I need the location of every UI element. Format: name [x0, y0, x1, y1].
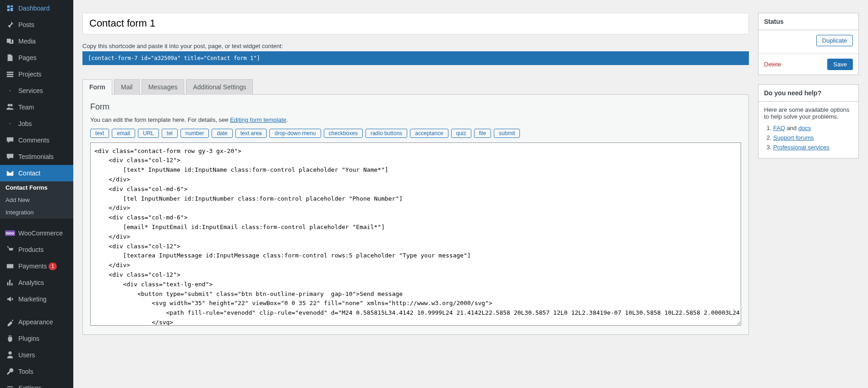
sidebar-item-label: Projects [18, 71, 42, 78]
panel-heading: Form [90, 102, 741, 112]
sidebar-item-posts[interactable]: Posts [0, 16, 73, 33]
tag-button-checkboxes[interactable]: checkboxes [324, 129, 363, 138]
form-code-textarea[interactable] [90, 142, 741, 326]
submenu-item-add-new[interactable]: Add New [0, 194, 73, 206]
sidebar-item-products[interactable]: Products [0, 241, 73, 258]
status-box: Status Duplicate Delete Save [758, 13, 859, 75]
tab-additional-settings[interactable]: Additional Settings [186, 79, 253, 95]
help-box: Do you need help? Here are some availabl… [758, 84, 859, 158]
tools-icon [5, 367, 15, 376]
tag-button-text[interactable]: text [90, 129, 109, 138]
submenu-item-contact-forms[interactable]: Contact Forms [0, 181, 73, 194]
testimonials-icon [5, 152, 15, 161]
comments-icon [5, 136, 15, 145]
sidebar-item-tools[interactable]: Tools [0, 363, 73, 380]
tag-button-file[interactable]: file [474, 129, 491, 138]
pages-icon [5, 53, 15, 62]
sidebar-item-appearance[interactable]: Appearance [0, 314, 73, 330]
form-title-input[interactable] [82, 13, 749, 34]
sidebar-item-label: Tools [18, 368, 33, 375]
save-button[interactable]: Save [827, 59, 853, 70]
woo-icon: woo [5, 229, 15, 238]
tab-messages[interactable]: Messages [142, 79, 185, 95]
analytics-icon [5, 278, 15, 287]
submenu-item-integration[interactable]: Integration [0, 206, 73, 219]
tag-button-url[interactable]: URL [138, 129, 159, 138]
editing-template-link[interactable]: Editing form template [230, 116, 286, 123]
professional-services-link[interactable]: Professional services [773, 144, 830, 151]
sidebar-item-label: Comments [18, 137, 49, 144]
users-icon [5, 350, 15, 360]
sidebar-item-woocommerce[interactable]: wooWooCommerce [0, 225, 73, 241]
sidebar-item-payments[interactable]: Payments1 [0, 258, 73, 274]
sidebar-item-services[interactable]: ∙Services [0, 82, 73, 99]
faq-link[interactable]: FAQ [773, 125, 785, 131]
sidebar-item-dashboard[interactable]: Dashboard [0, 0, 73, 16]
docs-link[interactable]: docs [798, 125, 811, 131]
form-panel: Form You can edit the form template here… [82, 95, 749, 335]
sidebar-item-label: Pages [18, 54, 37, 61]
sidebar-item-analytics[interactable]: Analytics [0, 274, 73, 291]
sidebar-item-projects[interactable]: Projects [0, 66, 73, 82]
dashboard-icon [5, 4, 15, 13]
settings-icon [5, 383, 15, 388]
sidebar-item-testimonials[interactable]: Testimonials [0, 148, 73, 165]
tag-button-submit[interactable]: submit [494, 129, 520, 138]
products-icon [5, 245, 15, 254]
help-item-faq: FAQ and docs [773, 125, 853, 131]
tag-button-text-area[interactable]: text area [235, 129, 267, 138]
sidebar-item-comments[interactable]: Comments [0, 132, 73, 148]
sidebar-item-users[interactable]: Users [0, 347, 73, 363]
sidebar-item-label: Team [18, 104, 34, 111]
sidebar-item-label: Media [18, 38, 36, 45]
sidebar-item-media[interactable]: Media [0, 33, 73, 49]
sidebar-item-pages[interactable]: Pages [0, 49, 73, 66]
shortcode-display[interactable]: [contact-form-7 id="a32509a" title="Cont… [82, 51, 749, 65]
services-icon: ∙ [5, 86, 15, 95]
support-forums-link[interactable]: Support forums [773, 134, 814, 141]
editor-tabs: FormMailMessagesAdditional Settings [82, 79, 749, 95]
tab-form[interactable]: Form [82, 79, 112, 95]
sidebar-item-label: Appearance [18, 318, 53, 326]
sidebar-item-jobs[interactable]: ∙Jobs [0, 115, 73, 132]
marketing-icon [5, 295, 15, 304]
tag-button-row: textemailURLtelnumberdatetext areadrop-d… [90, 129, 741, 138]
sidebar-item-team[interactable]: Team [0, 99, 73, 115]
tag-button-quiz[interactable]: quiz [451, 129, 471, 138]
appearance-icon [5, 317, 15, 327]
shortcode-hint: Copy this shortcode and paste it into yo… [82, 43, 749, 49]
tag-button-email[interactable]: email [112, 129, 135, 138]
tag-button-date[interactable]: date [212, 129, 232, 138]
sidebar-item-label: Dashboard [18, 5, 50, 12]
tag-button-number[interactable]: number [180, 129, 209, 138]
panel-description: You can edit the form template here. For… [90, 116, 741, 123]
sidebar-item-marketing[interactable]: Marketing [0, 291, 73, 307]
tag-button-acceptance[interactable]: acceptance [410, 129, 448, 138]
sidebar-item-label: WooCommerce [18, 230, 63, 237]
sidebar-item-label: Settings [18, 384, 42, 388]
pin-icon [5, 20, 15, 29]
contact-icon [5, 169, 15, 178]
sidebar-item-label: Jobs [18, 120, 32, 127]
delete-link[interactable]: Delete [764, 61, 781, 68]
sidebar-item-contact[interactable]: Contact [0, 165, 73, 181]
jobs-icon: ∙ [5, 119, 15, 128]
help-intro: Here are some available options to help … [764, 106, 853, 120]
sidebar-item-settings[interactable]: Settings [0, 380, 73, 388]
tag-button-tel[interactable]: tel [162, 129, 178, 138]
tab-mail[interactable]: Mail [114, 79, 140, 95]
team-icon [5, 103, 15, 112]
sidebar-item-label: Testimonials [18, 153, 54, 160]
sidebar-item-plugins[interactable]: Plugins [0, 330, 73, 347]
admin-sidebar: DashboardPostsMediaPagesProjects∙Service… [0, 0, 73, 388]
plugins-icon [5, 334, 15, 343]
tag-button-radio-buttons[interactable]: radio buttons [366, 129, 407, 138]
duplicate-button[interactable]: Duplicate [816, 35, 853, 46]
media-icon [5, 37, 15, 46]
payments-icon [5, 262, 15, 271]
sidebar-item-label: Marketing [18, 295, 46, 303]
tag-button-drop-down-menu[interactable]: drop-down menu [269, 129, 321, 138]
sidebar-item-label: Contact [18, 169, 40, 177]
projects-icon [5, 70, 15, 79]
sidebar-item-label: Plugins [18, 335, 39, 342]
